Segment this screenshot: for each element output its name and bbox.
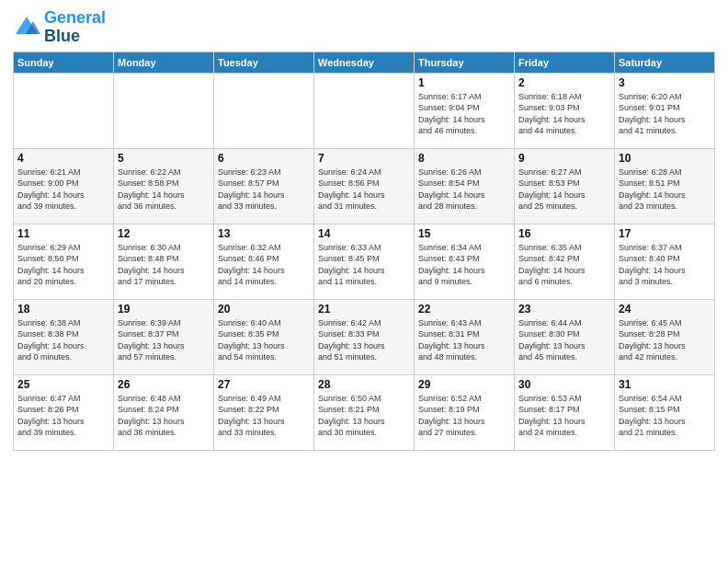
calendar-header-row: SundayMondayTuesdayWednesdayThursdayFrid…: [14, 52, 715, 73]
day-info: Sunrise: 6:53 AM Sunset: 8:17 PM Dayligh…: [518, 393, 610, 439]
day-info: Sunrise: 6:24 AM Sunset: 8:56 PM Dayligh…: [318, 167, 410, 213]
day-cell-9: 9Sunrise: 6:27 AM Sunset: 8:53 PM Daylig…: [515, 148, 615, 224]
day-info: Sunrise: 6:47 AM Sunset: 8:26 PM Dayligh…: [17, 393, 109, 439]
day-cell-15: 15Sunrise: 6:34 AM Sunset: 8:43 PM Dayli…: [415, 224, 515, 299]
day-number: 2: [518, 76, 610, 89]
day-cell-19: 19Sunrise: 6:39 AM Sunset: 8:37 PM Dayli…: [114, 299, 214, 374]
day-info: Sunrise: 6:50 AM Sunset: 8:21 PM Dayligh…: [318, 393, 410, 439]
day-info: Sunrise: 6:35 AM Sunset: 8:42 PM Dayligh…: [518, 242, 610, 288]
empty-cell: [314, 73, 415, 148]
empty-cell: [214, 73, 314, 148]
day-number: 12: [118, 227, 210, 240]
day-number: 27: [218, 378, 310, 391]
calendar-table: SundayMondayTuesdayWednesdayThursdayFrid…: [13, 52, 715, 451]
day-number: 22: [418, 303, 510, 316]
day-number: 8: [418, 152, 510, 165]
day-cell-7: 7Sunrise: 6:24 AM Sunset: 8:56 PM Daylig…: [314, 148, 415, 224]
week-row-4: 18Sunrise: 6:38 AM Sunset: 8:38 PM Dayli…: [14, 299, 715, 374]
day-cell-5: 5Sunrise: 6:22 AM Sunset: 8:58 PM Daylig…: [114, 148, 214, 224]
day-cell-22: 22Sunrise: 6:43 AM Sunset: 8:31 PM Dayli…: [415, 299, 515, 374]
day-cell-26: 26Sunrise: 6:48 AM Sunset: 8:24 PM Dayli…: [114, 374, 214, 450]
day-cell-25: 25Sunrise: 6:47 AM Sunset: 8:26 PM Dayli…: [14, 374, 114, 450]
day-info: Sunrise: 6:33 AM Sunset: 8:45 PM Dayligh…: [318, 242, 410, 288]
day-cell-6: 6Sunrise: 6:23 AM Sunset: 8:57 PM Daylig…: [214, 148, 314, 224]
col-header-friday: Friday: [515, 52, 615, 73]
day-info: Sunrise: 6:37 AM Sunset: 8:40 PM Dayligh…: [619, 242, 711, 288]
logo-text: GeneralBlue: [44, 9, 106, 46]
day-number: 6: [218, 152, 310, 165]
col-header-wednesday: Wednesday: [314, 52, 415, 73]
day-info: Sunrise: 6:20 AM Sunset: 9:01 PM Dayligh…: [619, 91, 711, 137]
day-cell-16: 16Sunrise: 6:35 AM Sunset: 8:42 PM Dayli…: [515, 224, 615, 299]
day-info: Sunrise: 6:49 AM Sunset: 8:22 PM Dayligh…: [218, 393, 310, 439]
calendar-page: GeneralBlue SundayMondayTuesdayWednesday…: [0, 0, 728, 563]
day-number: 10: [619, 152, 711, 165]
day-info: Sunrise: 6:54 AM Sunset: 8:15 PM Dayligh…: [619, 393, 711, 439]
day-cell-20: 20Sunrise: 6:40 AM Sunset: 8:35 PM Dayli…: [214, 299, 314, 374]
day-info: Sunrise: 6:27 AM Sunset: 8:53 PM Dayligh…: [518, 167, 610, 213]
empty-cell: [14, 73, 114, 148]
day-cell-11: 11Sunrise: 6:29 AM Sunset: 8:50 PM Dayli…: [14, 224, 114, 299]
day-info: Sunrise: 6:21 AM Sunset: 9:00 PM Dayligh…: [17, 167, 109, 213]
day-info: Sunrise: 6:43 AM Sunset: 8:31 PM Dayligh…: [418, 317, 510, 363]
day-number: 24: [619, 303, 711, 316]
day-info: Sunrise: 6:45 AM Sunset: 8:28 PM Dayligh…: [619, 317, 711, 363]
empty-cell: [114, 73, 214, 148]
day-cell-10: 10Sunrise: 6:28 AM Sunset: 8:51 PM Dayli…: [615, 148, 715, 224]
day-number: 4: [17, 152, 109, 165]
day-info: Sunrise: 6:30 AM Sunset: 8:48 PM Dayligh…: [118, 242, 210, 288]
day-number: 28: [318, 378, 410, 391]
day-number: 20: [218, 303, 310, 316]
col-header-tuesday: Tuesday: [214, 52, 314, 73]
col-header-sunday: Sunday: [14, 52, 114, 73]
day-number: 11: [17, 227, 109, 240]
day-cell-24: 24Sunrise: 6:45 AM Sunset: 8:28 PM Dayli…: [615, 299, 715, 374]
col-header-thursday: Thursday: [415, 52, 515, 73]
day-number: 13: [218, 227, 310, 240]
week-row-3: 11Sunrise: 6:29 AM Sunset: 8:50 PM Dayli…: [14, 224, 715, 299]
day-number: 26: [118, 378, 210, 391]
day-info: Sunrise: 6:17 AM Sunset: 9:04 PM Dayligh…: [418, 91, 510, 137]
day-cell-30: 30Sunrise: 6:53 AM Sunset: 8:17 PM Dayli…: [515, 374, 615, 450]
day-number: 21: [318, 303, 410, 316]
day-number: 25: [17, 378, 109, 391]
day-info: Sunrise: 6:29 AM Sunset: 8:50 PM Dayligh…: [17, 242, 109, 288]
day-info: Sunrise: 6:39 AM Sunset: 8:37 PM Dayligh…: [118, 317, 210, 363]
day-number: 16: [518, 227, 610, 240]
day-number: 5: [118, 152, 210, 165]
day-number: 7: [318, 152, 410, 165]
day-number: 15: [418, 227, 510, 240]
day-cell-17: 17Sunrise: 6:37 AM Sunset: 8:40 PM Dayli…: [615, 224, 715, 299]
day-number: 30: [518, 378, 610, 391]
day-cell-4: 4Sunrise: 6:21 AM Sunset: 9:00 PM Daylig…: [14, 148, 114, 224]
day-number: 14: [318, 227, 410, 240]
day-cell-8: 8Sunrise: 6:26 AM Sunset: 8:54 PM Daylig…: [415, 148, 515, 224]
day-info: Sunrise: 6:42 AM Sunset: 8:33 PM Dayligh…: [318, 317, 410, 363]
day-cell-18: 18Sunrise: 6:38 AM Sunset: 8:38 PM Dayli…: [14, 299, 114, 374]
day-cell-1: 1Sunrise: 6:17 AM Sunset: 9:04 PM Daylig…: [415, 73, 515, 148]
day-cell-28: 28Sunrise: 6:50 AM Sunset: 8:21 PM Dayli…: [314, 374, 415, 450]
day-number: 29: [418, 378, 510, 391]
day-cell-12: 12Sunrise: 6:30 AM Sunset: 8:48 PM Dayli…: [114, 224, 214, 299]
logo-area: GeneralBlue: [13, 9, 106, 46]
day-number: 1: [418, 76, 510, 89]
day-info: Sunrise: 6:34 AM Sunset: 8:43 PM Dayligh…: [418, 242, 510, 288]
day-info: Sunrise: 6:38 AM Sunset: 8:38 PM Dayligh…: [17, 317, 109, 363]
week-row-1: 1Sunrise: 6:17 AM Sunset: 9:04 PM Daylig…: [14, 73, 715, 148]
day-number: 23: [518, 303, 610, 316]
day-info: Sunrise: 6:48 AM Sunset: 8:24 PM Dayligh…: [118, 393, 210, 439]
day-info: Sunrise: 6:52 AM Sunset: 8:19 PM Dayligh…: [418, 393, 510, 439]
day-number: 9: [518, 152, 610, 165]
day-cell-13: 13Sunrise: 6:32 AM Sunset: 8:46 PM Dayli…: [214, 224, 314, 299]
day-number: 18: [17, 303, 109, 316]
day-number: 19: [118, 303, 210, 316]
day-cell-2: 2Sunrise: 6:18 AM Sunset: 9:03 PM Daylig…: [515, 73, 615, 148]
week-row-2: 4Sunrise: 6:21 AM Sunset: 9:00 PM Daylig…: [14, 148, 715, 224]
day-info: Sunrise: 6:23 AM Sunset: 8:57 PM Dayligh…: [218, 167, 310, 213]
day-info: Sunrise: 6:18 AM Sunset: 9:03 PM Dayligh…: [518, 91, 610, 137]
day-cell-14: 14Sunrise: 6:33 AM Sunset: 8:45 PM Dayli…: [314, 224, 415, 299]
page-header: GeneralBlue: [13, 9, 715, 46]
day-info: Sunrise: 6:26 AM Sunset: 8:54 PM Dayligh…: [418, 167, 510, 213]
day-info: Sunrise: 6:32 AM Sunset: 8:46 PM Dayligh…: [218, 242, 310, 288]
day-cell-3: 3Sunrise: 6:20 AM Sunset: 9:01 PM Daylig…: [615, 73, 715, 148]
